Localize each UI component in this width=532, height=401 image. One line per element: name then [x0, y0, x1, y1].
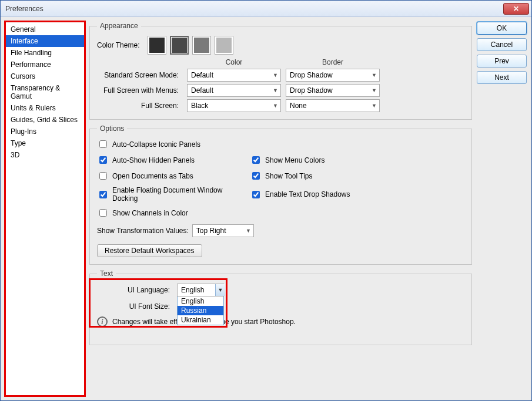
- color-theme-swatch[interactable]: [148, 36, 166, 55]
- chevron-down-icon: ▼: [273, 72, 278, 78]
- open-tabs-check[interactable]: Open Documents as Tabs: [97, 170, 250, 181]
- color-combo[interactable]: Default▼: [187, 84, 281, 97]
- sidebar-item-performance[interactable]: Performance: [6, 59, 84, 70]
- open-tabs-checkbox[interactable]: [99, 172, 107, 180]
- screen-mode-label: Full Screen:: [97, 102, 182, 110]
- language-option[interactable]: Ukrainian: [178, 315, 223, 325]
- chevron-down-icon: ▼: [372, 103, 377, 109]
- menu-colors-checkbox[interactable]: [252, 156, 260, 164]
- ui-language-combo[interactable]: English ▼: [177, 284, 224, 296]
- options-group: Options Auto-Collapse Iconic Panels Auto…: [89, 124, 472, 265]
- color-header: Color: [187, 58, 281, 66]
- ok-button[interactable]: OK: [477, 22, 527, 35]
- sidebar-item-cursors[interactable]: Cursors: [6, 70, 84, 82]
- screen-mode-label: Full Screen with Menus:: [97, 86, 182, 95]
- category-sidebar: GeneralInterfaceFile HandlingPerformance…: [5, 22, 85, 396]
- border-combo[interactable]: Drop Shadow▼: [286, 84, 380, 97]
- auto-show-check[interactable]: Auto-Show Hidden Panels: [97, 154, 250, 166]
- ui-language-dropdown[interactable]: EnglishRussianUkrainian: [177, 296, 224, 325]
- window-title: Preferences: [5, 5, 44, 13]
- chevron-down-icon: ▼: [273, 87, 278, 93]
- transform-values-label: Show Transformation Values:: [97, 227, 189, 235]
- text-shadows-checkbox[interactable]: [252, 191, 260, 198]
- floating-checkbox[interactable]: [99, 191, 107, 198]
- sidebar-item-transparency-gamut[interactable]: Transparency & Gamut: [6, 82, 84, 102]
- auto-collapse-checkbox[interactable]: [99, 140, 107, 148]
- preferences-window: Preferences ✕ GeneralInterfaceFile Handl…: [0, 0, 532, 401]
- titlebar: Preferences ✕: [1, 1, 531, 17]
- color-combo[interactable]: Default▼: [187, 69, 281, 82]
- appearance-legend: Appearance: [97, 22, 141, 30]
- sidebar-item-plug-ins[interactable]: Plug-Ins: [6, 126, 84, 137]
- main-panel: Appearance Color Theme: Color Border Sta…: [89, 22, 472, 396]
- chevron-down-icon: ▼: [372, 72, 377, 78]
- restore-workspaces-button[interactable]: Restore Default Workspaces: [97, 244, 202, 257]
- sidebar-item-type[interactable]: Type: [6, 137, 84, 149]
- auto-collapse-check[interactable]: Auto-Collapse Iconic Panels: [97, 139, 250, 150]
- sidebar-item-file-handling[interactable]: File Handling: [6, 47, 84, 59]
- sidebar-item-3d[interactable]: 3D: [6, 149, 84, 161]
- color-theme-swatch[interactable]: [170, 36, 189, 55]
- next-button[interactable]: Next: [477, 71, 527, 84]
- border-header: Border: [286, 58, 380, 66]
- text-shadows-check[interactable]: Enable Text Drop Shadows: [250, 186, 464, 203]
- text-group: Text UI Language: English ▼ UI Font Size…: [89, 269, 472, 345]
- color-theme-swatch[interactable]: [215, 36, 233, 55]
- floating-check[interactable]: Enable Floating Document Window Docking: [97, 186, 250, 203]
- border-combo[interactable]: Drop Shadow▼: [286, 69, 380, 82]
- sidebar-item-guides-grid-slices[interactable]: Guides, Grid & Slices: [6, 114, 84, 126]
- options-legend: Options: [97, 124, 127, 133]
- appearance-group: Appearance Color Theme: Color Border Sta…: [89, 22, 472, 120]
- language-option[interactable]: Russian: [178, 306, 223, 315]
- close-button[interactable]: ✕: [503, 3, 529, 15]
- ui-font-size-label: UI Font Size:: [97, 302, 173, 311]
- screen-mode-label: Standard Screen Mode:: [97, 71, 182, 79]
- chevron-down-icon: ▼: [372, 87, 377, 93]
- color-theme-swatch[interactable]: [192, 36, 211, 55]
- sidebar-item-general[interactable]: General: [6, 23, 84, 35]
- language-option[interactable]: English: [178, 296, 223, 306]
- chevron-down-icon: ▼: [215, 284, 225, 296]
- tool-tips-check[interactable]: Show Tool Tips: [250, 170, 464, 181]
- color-theme-swatches: [148, 36, 233, 55]
- tool-tips-checkbox[interactable]: [252, 172, 260, 180]
- menu-colors-check[interactable]: Show Menu Colors: [250, 154, 464, 166]
- chevron-down-icon: ▼: [273, 103, 278, 109]
- info-icon: i: [97, 316, 108, 327]
- cancel-button[interactable]: Cancel: [477, 38, 527, 51]
- text-legend: Text: [97, 269, 116, 278]
- ui-language-label: UI Language:: [97, 286, 173, 294]
- color-combo[interactable]: Black▼: [187, 99, 281, 112]
- sidebar-item-interface[interactable]: Interface: [6, 35, 84, 47]
- sidebar-item-units-rulers[interactable]: Units & Rulers: [6, 102, 84, 114]
- auto-show-checkbox[interactable]: [99, 156, 107, 164]
- transform-values-combo[interactable]: Top Right▼: [192, 224, 254, 237]
- color-theme-label: Color Theme:: [97, 41, 144, 49]
- border-combo[interactable]: None▼: [286, 99, 380, 112]
- chevron-down-icon: ▼: [246, 228, 251, 234]
- dialog-buttons: OK Cancel Prev Next: [477, 22, 527, 396]
- channels-color-check[interactable]: Show Channels in Color: [97, 207, 250, 218]
- channels-color-checkbox[interactable]: [99, 209, 107, 217]
- prev-button[interactable]: Prev: [477, 55, 527, 68]
